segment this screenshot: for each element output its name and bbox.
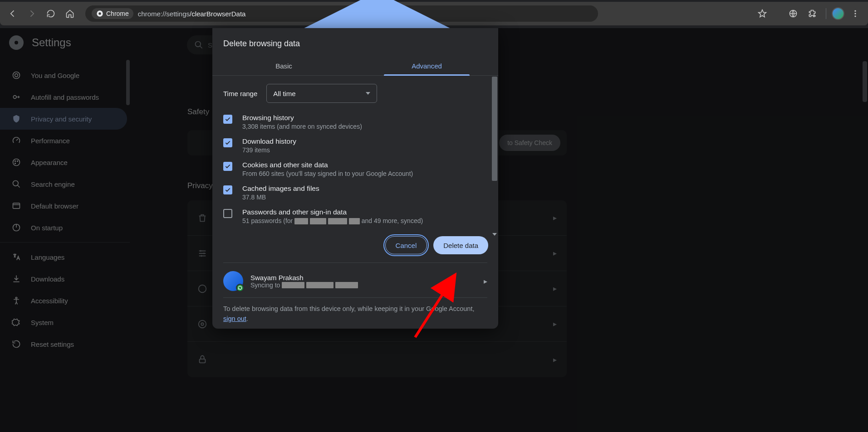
chrome-icon <box>96 10 103 17</box>
checkbox-download-history[interactable] <box>223 138 232 147</box>
sync-status: Syncing to <box>250 282 358 289</box>
forward-button[interactable] <box>24 5 40 22</box>
extensions-icon[interactable] <box>804 5 820 22</box>
scroll-down-icon[interactable] <box>492 231 497 238</box>
back-button[interactable] <box>5 5 21 22</box>
profile-avatar[interactable] <box>832 7 844 20</box>
svg-point-3 <box>854 10 856 12</box>
tab-basic[interactable]: Basic <box>212 57 355 75</box>
bookmark-icon[interactable] <box>754 5 770 22</box>
checkbox-passwords[interactable] <box>223 209 232 218</box>
svg-point-1 <box>98 12 101 15</box>
row-cached[interactable]: Cached images and files37.8 MB <box>223 181 487 204</box>
row-download-history[interactable]: Download history739 items <box>223 134 487 157</box>
dialog-title: Delete browsing data <box>212 28 498 57</box>
signout-note: To delete browsing data from this device… <box>223 304 487 324</box>
passwords-desc: 51 passwords (for and 49 more, synced) <box>242 217 423 224</box>
delete-data-button[interactable]: Delete data <box>433 236 488 254</box>
sync-account-row[interactable]: Swayam Prakash Syncing to ▸ <box>223 271 487 291</box>
reload-button[interactable] <box>43 5 59 22</box>
cancel-button[interactable]: Cancel <box>385 236 427 254</box>
user-name: Swayam Prakash <box>250 274 358 282</box>
user-avatar <box>223 271 243 291</box>
time-range-value: All time <box>273 90 295 97</box>
caret-down-icon <box>366 91 370 96</box>
time-range-select[interactable]: All time <box>266 84 377 103</box>
clear-data-dialog: Delete browsing data Basic Advanced Time… <box>212 28 498 329</box>
chip-label: Chrome <box>106 10 129 17</box>
row-browsing-history[interactable]: Browsing history3,308 items (and more on… <box>223 110 487 134</box>
tab-advanced[interactable]: Advanced <box>355 57 498 75</box>
svg-point-5 <box>854 15 856 17</box>
row-cookies[interactable]: Cookies and other site dataFrom 660 site… <box>223 157 487 181</box>
chevron-right-icon: ▸ <box>484 277 487 286</box>
checkbox-cached[interactable] <box>223 185 232 194</box>
time-range-label: Time range <box>223 90 257 97</box>
home-button[interactable] <box>62 5 78 22</box>
divider <box>826 8 826 19</box>
menu-icon[interactable] <box>847 5 863 22</box>
row-passwords[interactable]: Passwords and other sign-in data51 passw… <box>223 204 487 228</box>
site-chip[interactable]: Chrome <box>92 8 133 19</box>
checkbox-cookies[interactable] <box>223 162 232 171</box>
sign-out-link[interactable]: sign out <box>223 315 246 322</box>
dialog-scrollbar[interactable] <box>492 77 497 238</box>
dialog-tabs: Basic Advanced <box>212 57 498 76</box>
sync-badge-icon <box>236 284 244 292</box>
globe-icon[interactable] <box>785 5 801 22</box>
svg-point-4 <box>854 13 856 14</box>
checkbox-browsing-history[interactable] <box>223 115 232 124</box>
